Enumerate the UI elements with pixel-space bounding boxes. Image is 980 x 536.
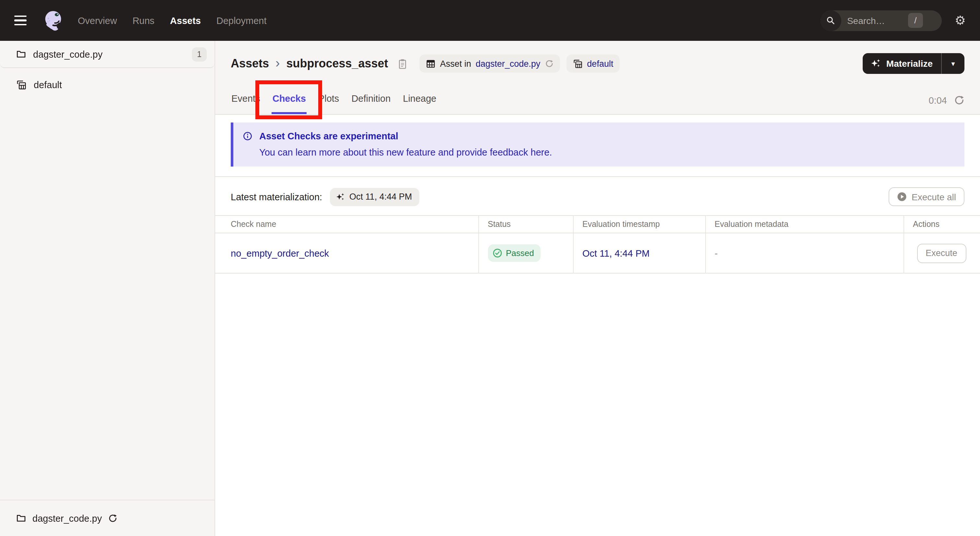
check-circle-icon — [492, 248, 502, 258]
experimental-banner: Asset Checks are experimental You can le… — [231, 122, 964, 167]
nav-link-runs[interactable]: Runs — [132, 15, 154, 25]
column-evaluation-metadata: Evaluation metadata — [705, 215, 904, 233]
folder-icon — [16, 513, 26, 523]
group-link[interactable]: default — [587, 59, 613, 68]
asset-group-icon — [16, 80, 27, 90]
sidebar: dagster_code.py 1 default dagster_code. — [0, 41, 215, 536]
materialize-split-button: Materialize ▾ — [863, 53, 964, 74]
code-location-link[interactable]: dagster_code.py — [476, 59, 541, 68]
status-badge: Passed — [488, 244, 541, 262]
play-circle-icon — [897, 192, 907, 202]
tab-lineage[interactable]: Lineage — [402, 93, 437, 114]
sidebar-item-label: default — [34, 80, 62, 90]
refresh-timer: 0:04 — [929, 95, 947, 106]
column-status: Status — [478, 215, 573, 233]
asset-count-badge: 1 — [192, 47, 207, 61]
latest-materialization-timestamp: Oct 11, 4:44 PM — [349, 192, 412, 202]
execute-all-button[interactable]: Execute all — [888, 187, 964, 206]
asset-tabs: Events Checks Plots Definition Lineage — [231, 93, 437, 114]
nav-link-assets[interactable]: Assets — [170, 15, 201, 25]
sidebar-item-label: dagster_code.py — [33, 49, 102, 59]
breadcrumb: Assets › subprocess_asset — [231, 56, 408, 71]
tab-plots[interactable]: Plots — [318, 93, 340, 114]
execute-button[interactable]: Execute — [917, 243, 966, 263]
sidebar-footer-label: dagster_code.py — [32, 513, 102, 523]
gear-icon[interactable]: ⚙ — [955, 14, 966, 27]
page-title: subprocess_asset — [286, 57, 388, 70]
folder-icon — [16, 49, 26, 59]
search-input[interactable] — [847, 15, 907, 25]
refresh-icon — [954, 95, 964, 106]
info-icon — [243, 132, 252, 141]
group-badge[interactable]: default — [566, 54, 620, 73]
checks-table: Check name Status Evaluation timestamp E… — [215, 215, 980, 274]
refresh-button[interactable] — [954, 95, 964, 106]
hamburger-icon — [14, 15, 27, 17]
metadata-value: - — [714, 248, 718, 258]
column-evaluation-timestamp: Evaluation timestamp — [573, 215, 705, 233]
empty-area — [215, 274, 980, 536]
sidebar-footer-code-location[interactable]: dagster_code.py — [0, 500, 215, 536]
latest-materialization-badge[interactable]: Oct 11, 4:44 PM — [330, 188, 419, 206]
asset-group-icon — [573, 59, 582, 68]
latest-materialization-label: Latest materialization: — [231, 191, 322, 202]
column-check-name: Check name — [215, 215, 478, 233]
main-panel: Assets › subprocess_asset — [215, 41, 980, 536]
asset-header: Assets › subprocess_asset — [215, 41, 980, 115]
banner-title: Asset Checks are experimental — [259, 131, 398, 141]
slash-shortcut-badge: / — [908, 13, 923, 28]
nav-link-overview[interactable]: Overview — [78, 15, 117, 25]
breadcrumb-assets-link[interactable]: Assets — [231, 57, 269, 70]
evaluation-timestamp-link[interactable]: Oct 11, 4:44 PM — [582, 248, 649, 258]
sparkle-icon — [336, 192, 345, 201]
chevron-down-icon: ▾ — [951, 59, 955, 68]
check-name-link[interactable]: no_empty_order_check — [231, 248, 329, 258]
tab-definition[interactable]: Definition — [351, 93, 391, 114]
primary-nav: Overview Runs Assets Deployment — [78, 15, 266, 25]
materialize-button[interactable]: Materialize — [863, 53, 941, 74]
breadcrumb-chevron-icon: › — [275, 56, 280, 71]
materialize-label: Materialize — [886, 58, 933, 69]
nav-link-deployment[interactable]: Deployment — [216, 15, 267, 25]
search-icon — [821, 10, 841, 31]
menu-button[interactable] — [10, 10, 32, 32]
search-box[interactable]: / — [821, 10, 942, 31]
here-link[interactable]: here — [530, 147, 549, 157]
tab-events[interactable]: Events — [231, 93, 261, 114]
sidebar-item-default-group[interactable]: default — [0, 68, 215, 98]
top-nav-bar: Overview Runs Assets Deployment / ⚙ — [0, 0, 980, 41]
column-actions: Actions — [904, 215, 980, 233]
refresh-icon[interactable] — [545, 59, 553, 68]
dagster-logo — [41, 9, 65, 32]
refresh-icon[interactable] — [108, 514, 117, 523]
sidebar-item-code-location[interactable]: dagster_code.py 1 — [0, 41, 215, 68]
asset-definition-badge[interactable]: Asset in dagster_code.py — [419, 54, 560, 73]
banner-body: You can learn more about this new featur… — [259, 147, 954, 157]
asset-in-label: Asset in — [440, 59, 471, 68]
tab-checks[interactable]: Checks — [272, 93, 307, 114]
table-row: no_empty_order_check Passed — [215, 233, 980, 273]
copy-icon[interactable] — [397, 58, 408, 69]
table-icon — [426, 59, 436, 68]
sparkle-icon — [871, 58, 881, 69]
materialize-dropdown-button[interactable]: ▾ — [942, 53, 964, 74]
